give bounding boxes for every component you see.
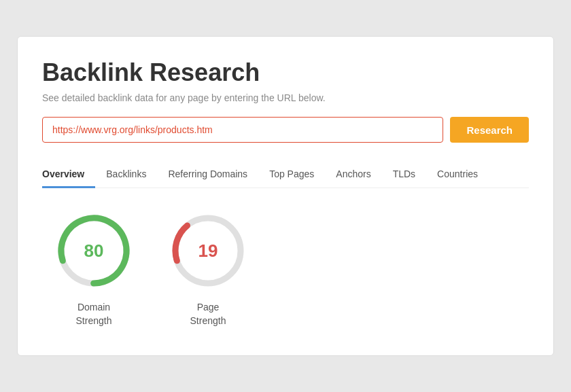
- page-title: Backlink Research: [42, 58, 529, 87]
- page-strength-metric: 19 PageStrength: [167, 210, 249, 327]
- domain-strength-value: 80: [84, 240, 104, 262]
- page-subtitle: See detailed backlink data for any page …: [42, 92, 529, 103]
- metrics-row: 80 DomainStrength 19 PageStrength: [42, 210, 529, 327]
- research-button[interactable]: Research: [450, 117, 529, 143]
- page-strength-value: 19: [198, 240, 218, 262]
- url-input[interactable]: [42, 117, 443, 143]
- domain-strength-gauge: 80: [53, 210, 135, 291]
- tabs-nav: Overview Backlinks Referring Domains Top…: [42, 162, 529, 188]
- tab-overview[interactable]: Overview: [42, 162, 95, 188]
- search-row: Research: [42, 117, 529, 143]
- tab-referring-domains[interactable]: Referring Domains: [157, 162, 258, 188]
- main-card: Backlink Research See detailed backlink …: [17, 36, 554, 355]
- tab-countries[interactable]: Countries: [426, 162, 489, 188]
- page-strength-gauge: 19: [167, 210, 249, 291]
- tab-anchors[interactable]: Anchors: [325, 162, 381, 188]
- domain-strength-label: DomainStrength: [76, 301, 112, 327]
- tab-tlds[interactable]: TLDs: [382, 162, 426, 188]
- domain-strength-metric: 80 DomainStrength: [53, 210, 135, 327]
- tab-top-pages[interactable]: Top Pages: [258, 162, 325, 188]
- tab-backlinks[interactable]: Backlinks: [95, 162, 157, 188]
- page-strength-label: PageStrength: [190, 301, 226, 327]
